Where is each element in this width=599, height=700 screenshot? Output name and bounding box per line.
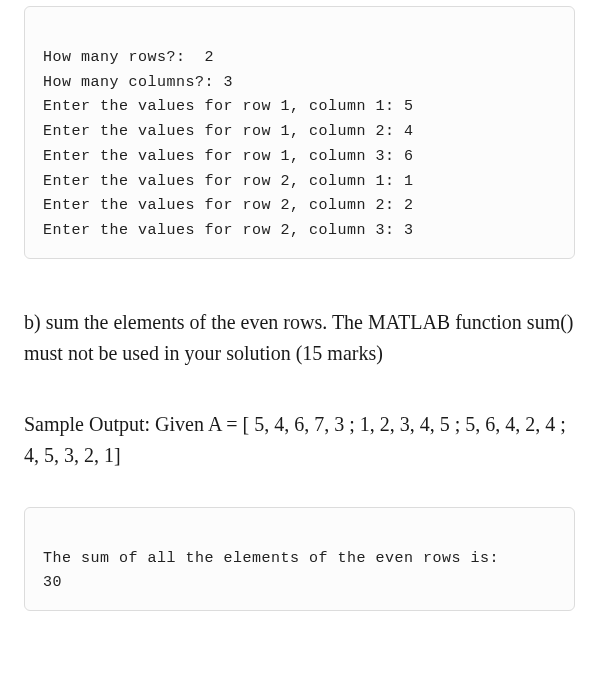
code-line: Enter the values for row 2, column 1: 1 bbox=[43, 173, 414, 190]
code-line: 30 bbox=[43, 574, 62, 591]
question-text: b) sum the elements of the even rows. Th… bbox=[24, 307, 575, 369]
code-line: Enter the values for row 2, column 3: 3 bbox=[43, 222, 414, 239]
code-block-output: The sum of all the elements of the even … bbox=[24, 507, 575, 611]
code-line: How many columns?: 3 bbox=[43, 74, 233, 91]
code-line: Enter the values for row 2, column 2: 2 bbox=[43, 197, 414, 214]
code-line: Enter the values for row 1, column 3: 6 bbox=[43, 148, 414, 165]
code-line: How many rows?: 2 bbox=[43, 49, 214, 66]
code-block-input: How many rows?: 2 How many columns?: 3 E… bbox=[24, 6, 575, 259]
code-line: The sum of all the elements of the even … bbox=[43, 550, 499, 567]
code-line: Enter the values for row 1, column 1: 5 bbox=[43, 98, 414, 115]
sample-output-text: Sample Output: Given A = [ 5, 4, 6, 7, 3… bbox=[24, 409, 575, 471]
code-line: Enter the values for row 1, column 2: 4 bbox=[43, 123, 414, 140]
